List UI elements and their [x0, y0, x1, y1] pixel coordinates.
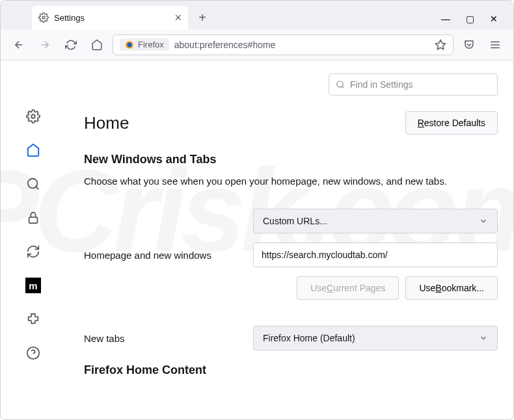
close-window-button[interactable]: ✕: [490, 14, 498, 24]
section-description: Choose what you see when you open your h…: [84, 176, 498, 187]
svg-rect-10: [29, 217, 38, 223]
svg-point-7: [31, 114, 35, 118]
bookmark-star-icon[interactable]: [435, 39, 446, 51]
sidebar-help-icon[interactable]: [25, 345, 41, 361]
origin-badge: Firefox: [120, 38, 169, 51]
svg-marker-3: [436, 40, 446, 49]
homepage-url-input[interactable]: [253, 243, 498, 267]
toolbar: Firefox about:preferences#home: [1, 29, 513, 60]
use-current-pages-button[interactable]: Use Current Pages: [297, 276, 399, 300]
sidebar-home-icon[interactable]: [25, 142, 41, 158]
url-text: about:preferences#home: [174, 40, 276, 50]
chevron-down-icon: [479, 217, 488, 226]
use-bookmark-button[interactable]: Use Bookmark...: [405, 276, 498, 300]
find-in-settings-input[interactable]: Find in Settings: [329, 73, 498, 96]
browser-tab[interactable]: Settings ×: [32, 6, 188, 29]
svg-point-2: [128, 42, 132, 47]
restore-defaults-button[interactable]: Restore Defaults: [405, 111, 498, 135]
search-icon: [336, 80, 345, 89]
new-tab-button[interactable]: +: [193, 8, 211, 27]
sidebar-general-icon[interactable]: [25, 109, 41, 124]
newtabs-select[interactable]: Firefox Home (Default): [253, 326, 498, 350]
minimize-button[interactable]: —: [441, 14, 450, 24]
close-tab-icon[interactable]: ×: [174, 11, 182, 25]
reload-button[interactable]: [61, 34, 81, 55]
homepage-mode-select[interactable]: Custom URLs...: [253, 209, 498, 233]
gear-icon: [38, 12, 49, 23]
sidebar-sync-icon[interactable]: [25, 244, 41, 259]
menu-button[interactable]: [485, 34, 506, 55]
home-button[interactable]: [87, 34, 107, 55]
svg-point-0: [42, 16, 45, 19]
section-new-windows-title: New Windows and Tabs: [84, 153, 498, 166]
newtabs-label: New tabs: [84, 333, 253, 344]
svg-line-14: [342, 86, 344, 88]
search-placeholder: Find in Settings: [350, 79, 413, 90]
homepage-mode-value: Custom URLs...: [263, 216, 327, 226]
page-title: Home: [84, 113, 129, 133]
back-button[interactable]: [8, 34, 29, 55]
url-bar[interactable]: Firefox about:preferences#home: [113, 34, 453, 55]
tab-title: Settings: [54, 13, 85, 23]
newtabs-value: Firefox Home (Default): [263, 333, 355, 343]
firefox-logo-icon: [125, 40, 134, 49]
window-controls: — ▢ ✕: [441, 14, 508, 29]
svg-point-8: [28, 179, 38, 189]
settings-sidebar: m: [1, 60, 66, 419]
homepage-label: Homepage and new windows: [84, 250, 253, 261]
origin-label: Firefox: [138, 40, 164, 49]
main-panel: Find in Settings Home Restore Defaults N…: [66, 60, 513, 419]
chevron-down-icon: [479, 334, 488, 343]
tab-bar: Settings × + — ▢ ✕: [1, 1, 513, 29]
section-firefox-home-content-title: Firefox Home Content: [84, 363, 498, 377]
sidebar-privacy-icon[interactable]: [25, 210, 41, 226]
svg-point-13: [337, 81, 343, 87]
pocket-button[interactable]: [459, 34, 480, 55]
maximize-button[interactable]: ▢: [466, 14, 474, 24]
sidebar-mozilla-icon[interactable]: m: [25, 278, 41, 293]
sidebar-search-icon[interactable]: [25, 176, 41, 192]
forward-button[interactable]: [34, 34, 55, 55]
svg-line-9: [36, 187, 38, 189]
sidebar-extensions-icon[interactable]: [25, 311, 41, 327]
